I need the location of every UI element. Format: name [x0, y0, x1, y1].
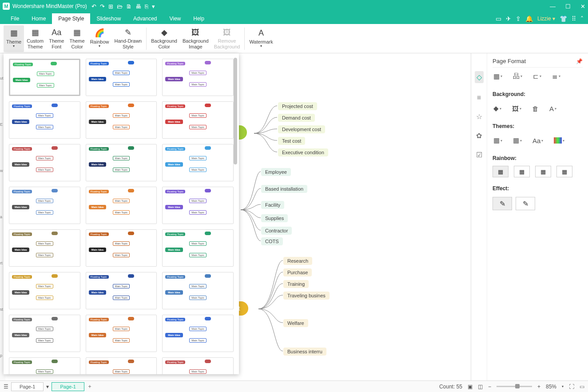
- leaf[interactable]: Employee: [261, 168, 291, 176]
- ribbon-custom-theme[interactable]: ▦Custom Theme: [24, 25, 46, 52]
- leaf[interactable]: Projected cost: [278, 102, 317, 110]
- tool-bg-remove[interactable]: 🗑: [532, 104, 539, 112]
- tool-bg-image[interactable]: 🖼▾: [512, 104, 521, 112]
- bell-icon[interactable]: 🔔: [525, 15, 533, 22]
- tool-bg-watermark[interactable]: A▾: [549, 104, 556, 112]
- theme-thumbnail[interactable]: Floating TopicMain IdeaMain TopicMain To…: [9, 101, 80, 139]
- send-icon[interactable]: ✈: [506, 15, 511, 22]
- theme-thumbnail[interactable]: Floating TopicMain IdeaMain TopicMain To…: [162, 229, 234, 267]
- tool-theme-gallery[interactable]: ▦▾: [493, 136, 502, 144]
- theme-thumbnail[interactable]: Floating TopicMain IdeaMain TopicMain To…: [9, 229, 80, 267]
- pin-icon[interactable]: 📌: [576, 58, 583, 64]
- user-menu[interactable]: Lizzie ▾: [537, 16, 555, 22]
- menu-advanced[interactable]: Advanced: [127, 13, 163, 24]
- ribbon-theme[interactable]: ▦Theme▾: [4, 25, 24, 52]
- menu-home[interactable]: Home: [25, 13, 52, 24]
- rainbow-none[interactable]: ▦: [493, 166, 509, 177]
- redo-icon[interactable]: ↷: [100, 3, 105, 10]
- zoom-in-button[interactable]: +: [537, 384, 540, 390]
- tool-structure[interactable]: 品▾: [513, 72, 522, 80]
- leaf[interactable]: Research: [283, 257, 312, 265]
- theme-thumbnail[interactable]: Floating TopicMain IdeaMain TopicMain To…: [9, 59, 80, 96]
- ribbon-bg-image[interactable]: 🖼Background Image: [180, 25, 211, 52]
- theme-thumbnail[interactable]: Floating TopicMain IdeaMain TopicMain To…: [162, 187, 234, 224]
- theme-thumbnail[interactable]: Floating TopicMain IdeaMain TopicMain To…: [9, 357, 80, 374]
- ribbon-watermark[interactable]: AWatermark▾: [246, 25, 275, 52]
- maximize-button[interactable]: ☐: [565, 3, 571, 10]
- theme-thumbnail[interactable]: Floating TopicMain IdeaMain TopicMain To…: [162, 272, 234, 309]
- menu-view[interactable]: View: [163, 13, 187, 24]
- theme-thumbnail[interactable]: Floating TopicMain IdeaMain TopicMain To…: [9, 315, 80, 352]
- theme-thumbnail[interactable]: Floating TopicMain IdeaMain TopicMain To…: [86, 187, 157, 224]
- leaf[interactable]: Contractor: [261, 227, 292, 235]
- theme-thumbnail[interactable]: Floating TopicMain IdeaMain TopicMain To…: [9, 187, 80, 224]
- sheet-tab-1[interactable]: Page-1: [11, 382, 44, 391]
- zoom-slider[interactable]: [497, 386, 532, 387]
- ribbon-theme-color[interactable]: ▦Theme Color: [67, 25, 87, 52]
- leaf[interactable]: Demand cost: [278, 114, 315, 122]
- fit-page-icon[interactable]: ▣: [468, 384, 473, 390]
- theme-scrollbar[interactable]: [234, 58, 237, 164]
- menu-page-style[interactable]: Page Style: [52, 13, 90, 24]
- qat-dropdown-icon[interactable]: ▾: [152, 3, 155, 10]
- theme-thumbnail[interactable]: Floating TopicMain IdeaMain TopicMain To…: [162, 144, 234, 181]
- ribbon-theme-font[interactable]: AaTheme Font: [46, 25, 67, 52]
- tool-theme-colors[interactable]: ▾: [554, 136, 564, 144]
- tool-layout[interactable]: ▦▾: [493, 72, 502, 80]
- save-icon[interactable]: 🗎: [126, 3, 132, 10]
- theme-thumbnail[interactable]: Floating TopicMain IdeaMain TopicMain To…: [9, 144, 80, 181]
- ribbon-rainbow[interactable]: 🌈Rainbow▾: [87, 25, 112, 52]
- export-icon[interactable]: ⎘: [145, 3, 148, 10]
- leaf[interactable]: Executive condition: [278, 148, 328, 156]
- outline-view-icon[interactable]: ☰: [4, 384, 8, 390]
- tab-tasks-icon[interactable]: ☑: [476, 151, 482, 159]
- leaf[interactable]: Purchase: [283, 268, 312, 276]
- theme-thumbnail[interactable]: Floating TopicMain IdeaMain TopicMain To…: [162, 59, 234, 96]
- collapse-panel-icon[interactable]: ▭: [580, 384, 584, 390]
- add-sheet-icon[interactable]: ＋: [87, 383, 92, 390]
- effect-hand-drawn[interactable]: ✎: [516, 197, 535, 210]
- sheet-dropdown-icon[interactable]: ▾: [46, 384, 49, 390]
- tab-outline-icon[interactable]: ≡: [477, 94, 481, 102]
- sheet-tab-active[interactable]: Page-1: [52, 382, 84, 391]
- leaf[interactable]: Supplies: [261, 214, 288, 222]
- leaf[interactable]: Welfare: [283, 319, 308, 327]
- share-icon[interactable]: ⇪: [516, 15, 521, 22]
- ribbon-hand-drawn[interactable]: ✎Hand-Drawn Style: [111, 25, 144, 52]
- effect-straight[interactable]: ✎: [493, 197, 512, 210]
- tool-bg-fill[interactable]: ◆▾: [493, 104, 501, 112]
- menu-slideshow[interactable]: Slideshow: [90, 13, 127, 24]
- theme-thumbnail[interactable]: Floating TopicMain IdeaMain TopicMain To…: [86, 315, 157, 352]
- close-button[interactable]: ✕: [580, 3, 585, 10]
- leaf[interactable]: Test cost: [278, 137, 305, 145]
- theme-thumbnail[interactable]: Floating TopicMain IdeaMain TopicMain To…: [9, 272, 80, 309]
- theme-thumbnail[interactable]: Floating TopicMain IdeaMain TopicMain To…: [162, 357, 234, 374]
- rainbow-opt3[interactable]: ▦: [535, 166, 551, 177]
- theme-thumbnail[interactable]: Floating TopicMain IdeaMain TopicMain To…: [86, 272, 157, 309]
- minimize-button[interactable]: —: [550, 3, 556, 10]
- undo-icon[interactable]: ↶: [91, 3, 96, 10]
- leaf[interactable]: Development cost: [278, 125, 325, 133]
- zoom-level[interactable]: 85%: [546, 384, 556, 390]
- theme-thumbnail[interactable]: Floating TopicMain IdeaMain TopicMain To…: [86, 101, 157, 139]
- tab-icons-icon[interactable]: ☆: [476, 112, 482, 121]
- present-icon[interactable]: ▭: [496, 15, 501, 22]
- print-icon[interactable]: 🖶: [135, 3, 141, 10]
- appearance-icon[interactable]: 👕: [560, 15, 567, 22]
- tab-clipart-icon[interactable]: ✿: [476, 132, 482, 140]
- menu-help[interactable]: Help: [187, 13, 211, 24]
- theme-thumbnail[interactable]: Floating TopicMain IdeaMain TopicMain To…: [86, 59, 157, 96]
- rainbow-opt4[interactable]: ▦: [556, 166, 572, 177]
- ribbon-bg-color[interactable]: ◆Background Color: [148, 25, 180, 52]
- tab-format-icon[interactable]: ◇: [475, 71, 484, 83]
- fit-width-icon[interactable]: ◫: [478, 384, 483, 390]
- menu-file[interactable]: File: [4, 13, 25, 24]
- theme-gallery-popup[interactable]: Floating TopicMain IdeaMain TopicMain To…: [4, 53, 239, 374]
- leaf[interactable]: Facility: [261, 201, 284, 209]
- theme-thumbnail[interactable]: Floating TopicMain IdeaMain TopicMain To…: [86, 144, 157, 181]
- leaf[interactable]: COTS: [261, 237, 283, 245]
- leaf[interactable]: Training: [283, 280, 309, 288]
- leaf[interactable]: Business interru: [283, 348, 326, 356]
- tool-theme-custom[interactable]: ▦▾: [513, 136, 522, 144]
- theme-thumbnail[interactable]: Floating TopicMain IdeaMain TopicMain To…: [86, 229, 157, 267]
